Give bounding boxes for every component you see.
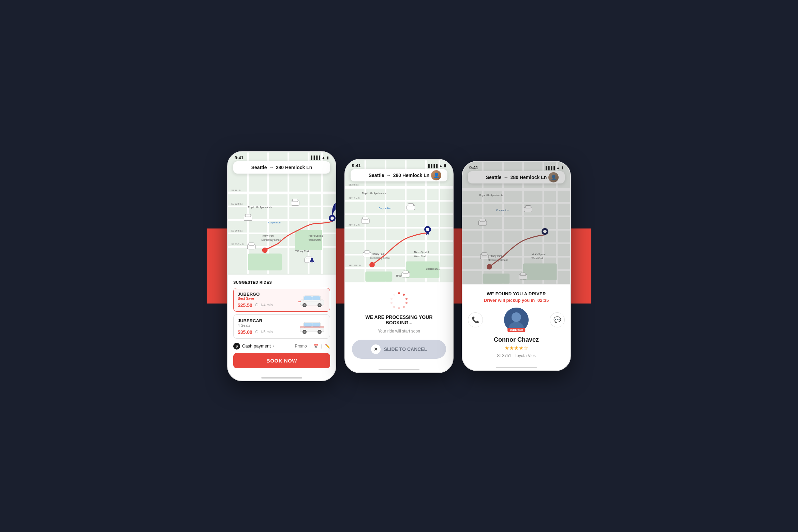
user-avatar-3: 👤 bbox=[548, 172, 559, 183]
cancel-button[interactable]: ✕ SLIDE TO CANCEL bbox=[352, 340, 446, 359]
svg-text:Nick's Special: Nick's Special bbox=[531, 253, 546, 256]
svg-point-135 bbox=[512, 312, 521, 322]
driver-plate: ST3751 bbox=[497, 353, 511, 358]
svg-rect-39 bbox=[312, 296, 320, 300]
svg-rect-47 bbox=[304, 323, 312, 327]
payment-promo: Promo | 📅 | ✏️ bbox=[295, 344, 330, 349]
svg-text:Royal Hills Apartments: Royal Hills Apartments bbox=[248, 206, 272, 209]
processing-panel: WE ARE PROCESSING YOUR BOOKING... Your r… bbox=[345, 282, 453, 366]
calendar-icon[interactable]: 📅 bbox=[313, 344, 319, 349]
wifi-icon: ▲ bbox=[322, 156, 325, 160]
route-to-3: 280 Hemlock Ln bbox=[511, 175, 547, 180]
ride-card-jubergo[interactable]: JUBERGO Best Save $25.50 ⏱ 1-4 min bbox=[233, 288, 330, 312]
svg-rect-12 bbox=[248, 253, 282, 270]
route-from-1: Seattle bbox=[251, 165, 267, 170]
ride-info-2: JUBERCAR 4 Seats $35.00 ⏱ 1-5 min bbox=[238, 318, 273, 335]
svg-text:SE 16th St: SE 16th St bbox=[349, 224, 360, 226]
car-image-1 bbox=[298, 292, 326, 307]
route-arrow-1: → bbox=[269, 165, 274, 170]
user-avatar-2: 👤 bbox=[430, 169, 442, 181]
svg-point-94 bbox=[405, 298, 408, 300]
car-image-2 bbox=[298, 319, 326, 334]
route-bar-3: Seattle → 280 Hemlock Ln 👤 bbox=[468, 171, 565, 183]
message-icon: 💬 bbox=[553, 316, 561, 324]
svg-text:Wood Craft: Wood Craft bbox=[309, 238, 321, 241]
map-area-2: SE 8th St SE 12th St SE 16th St SE 157th… bbox=[345, 160, 453, 282]
call-icon: 📞 bbox=[472, 316, 479, 324]
avatar-image-2: 👤 bbox=[431, 170, 441, 180]
home-indicator-3 bbox=[496, 367, 537, 368]
battery-icon-3: ▮ bbox=[561, 165, 563, 170]
svg-point-43 bbox=[319, 304, 321, 306]
book-now-button[interactable]: BOOK NOW bbox=[233, 353, 330, 368]
svg-rect-30 bbox=[293, 199, 298, 202]
svg-rect-129 bbox=[526, 206, 531, 208]
route-from-3: Seattle bbox=[486, 175, 502, 180]
svg-point-96 bbox=[403, 306, 405, 308]
payment-chevron: › bbox=[273, 344, 274, 349]
svg-text:Corporation: Corporation bbox=[496, 209, 508, 212]
ride-name-1: JUBERGO bbox=[238, 292, 273, 297]
route-from-2: Seattle bbox=[369, 173, 384, 178]
phone-2: 9:41 ▐▐▐▐ ▲ ▮ bbox=[344, 159, 454, 373]
status-icons-2: ▐▐▐▐ ▲ ▮ bbox=[427, 163, 446, 168]
svg-text:Tiffany Park: Tiffany Park bbox=[295, 249, 310, 252]
svg-rect-68 bbox=[365, 271, 392, 282]
ride-badge-1: Best Save bbox=[238, 297, 273, 300]
ride-seats-2: 4 Seats bbox=[238, 323, 273, 327]
ride-card-jubercar[interactable]: JUBERCAR 4 Seats $35.00 ⏱ 1-5 min bbox=[233, 314, 330, 339]
wifi-icon-2: ▲ bbox=[439, 164, 443, 168]
edit-icon[interactable]: ✏️ bbox=[325, 344, 330, 349]
payment-row: $ Cash payment › Promo | 📅 | ✏️ bbox=[233, 343, 330, 350]
svg-text:SE 8th St: SE 8th St bbox=[231, 189, 241, 191]
route-bar-1: Seattle → 280 Hemlock Ln bbox=[233, 161, 330, 174]
battery-icon: ▮ bbox=[327, 156, 329, 160]
svg-point-80 bbox=[369, 262, 375, 267]
promo-label: Promo bbox=[295, 344, 307, 349]
driver-name: Connor Chavez bbox=[468, 336, 565, 343]
status-time-1: 9:41 bbox=[235, 155, 243, 160]
svg-point-41 bbox=[304, 304, 306, 306]
home-indicator-1 bbox=[261, 377, 302, 379]
svg-rect-34 bbox=[306, 256, 311, 259]
payment-left[interactable]: $ Cash payment › bbox=[233, 343, 274, 350]
battery-icon-2: ▮ bbox=[444, 163, 446, 168]
svg-rect-32 bbox=[249, 242, 254, 245]
dollar-icon: $ bbox=[233, 343, 240, 350]
cancel-label: SLIDE TO CANCEL bbox=[384, 346, 427, 352]
ride-price-1: $25.50 bbox=[238, 302, 252, 308]
pickup-countdown: 02:35 bbox=[537, 298, 549, 303]
svg-rect-91 bbox=[403, 271, 409, 274]
svg-text:Tiffany Park: Tiffany Park bbox=[372, 253, 385, 255]
ride-price-2: $35.00 bbox=[238, 329, 252, 335]
divider-2: | bbox=[321, 344, 322, 349]
svg-rect-115 bbox=[523, 264, 557, 280]
processing-title: WE ARE PROCESSING YOUR BOOKING... bbox=[352, 314, 446, 325]
svg-text:Tiffany Park: Tiffany Park bbox=[489, 255, 502, 257]
signal-icon: ▐▐▐▐ bbox=[310, 156, 320, 160]
svg-point-101 bbox=[393, 294, 395, 296]
message-button[interactable]: 💬 bbox=[550, 312, 565, 327]
cancel-x-icon: ✕ bbox=[371, 344, 381, 354]
svg-point-24 bbox=[262, 247, 268, 253]
svg-text:Elementary School: Elementary School bbox=[262, 238, 281, 241]
svg-rect-127 bbox=[480, 219, 485, 222]
ride-time-1: ⏱ 1-4 min bbox=[255, 303, 273, 307]
phone-3: 9:41 ▐▐▐▐ ▲ ▮ bbox=[462, 161, 571, 371]
svg-text:Corporation: Corporation bbox=[268, 221, 281, 224]
svg-text:Tiffany Park: Tiffany Park bbox=[262, 235, 274, 237]
route-arrow-3: → bbox=[504, 175, 508, 180]
route-arrow-2: → bbox=[386, 173, 391, 178]
driver-panel: WE FOUND YOU A DRIVER Driver will pickup… bbox=[462, 284, 570, 364]
avatar-image-3: 👤 bbox=[548, 172, 559, 182]
svg-text:Cookies By...: Cookies By... bbox=[426, 268, 440, 270]
status-icons-1: ▐▐▐▐ ▲ ▮ bbox=[310, 156, 329, 160]
svg-rect-133 bbox=[520, 273, 526, 276]
driver-actions-row: 📞 JUBERGO bbox=[468, 308, 565, 332]
call-button[interactable]: 📞 bbox=[468, 312, 483, 327]
route-to-2: 280 Hemlock Ln bbox=[393, 173, 430, 178]
svg-rect-87 bbox=[408, 204, 414, 206]
svg-text:SE 157th St: SE 157th St bbox=[349, 264, 361, 267]
svg-text:SE 16th St: SE 16th St bbox=[231, 230, 242, 232]
svg-text:SE 12th St: SE 12th St bbox=[231, 203, 242, 205]
